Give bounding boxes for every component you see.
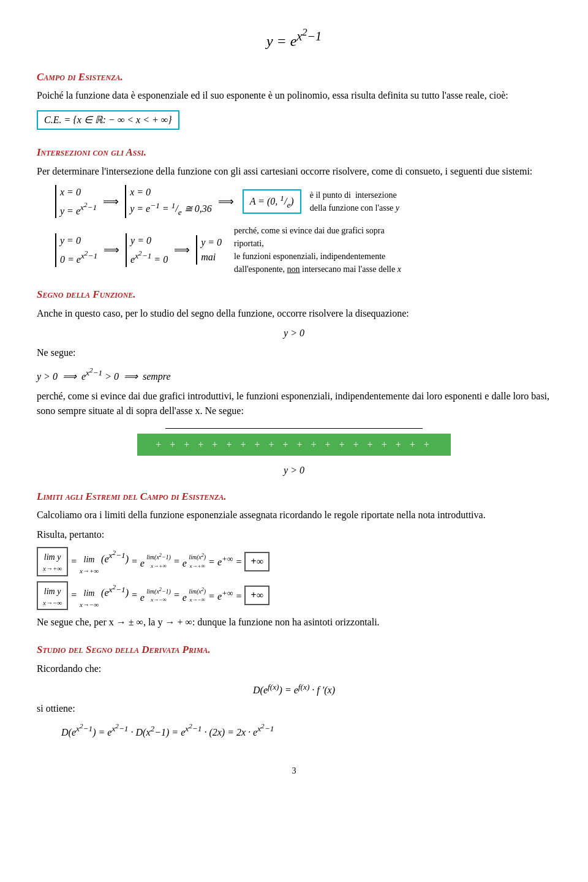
arrow-1: ⟹ (103, 194, 119, 210)
lim2-result: +∞ (244, 586, 270, 605)
systems-row-2: y = 0 0 = ex2−1 ⟹ y = 0 ex2−1 = 0 ⟹ y = … (55, 224, 551, 276)
lim2-left: lim y x→−∞ (37, 581, 68, 611)
lim1-exp2: e lim(x2) x→+∞ (183, 552, 206, 571)
lim2-exp1: e lim(x2−1) x→−∞ (140, 586, 171, 605)
section-campo: Campo di Esistenza. Poiché la funzione d… (37, 69, 551, 133)
arrow-2: ⟹ (218, 194, 234, 210)
page-title: y = ex2−1 (37, 24, 551, 52)
derivata-formula1: D(ef(x)) = ef(x) · f '(x) (37, 681, 551, 698)
system-4: y = 0 ex2−1 = 0 (126, 233, 168, 267)
segno-implication: y > 0 ⟹ ex2−1 > 0 ⟹ sempre (37, 365, 551, 384)
ricordando-label: Ricordando che: (37, 662, 551, 676)
limit-2-row: lim y x→−∞ = lim x→−∞ (ex2−1) = e lim(x2… (37, 581, 551, 611)
intersection-box: A = (0, 1/e) (243, 189, 301, 214)
heading-campo: Campo di Esistenza. (37, 69, 551, 85)
risulta: Risulta, pertanto: (37, 527, 551, 542)
campo-formula: C.E. = {x ∈ ℝ: − ∞ < x < + ∞} (37, 110, 179, 130)
section-intersezioni: Intersezioni con gli Assi. Per determina… (37, 145, 551, 276)
section-derivata: Studio del Segno della Derivata Prima. R… (37, 642, 551, 740)
section-segno: Segno della Funzione. Anche in questo ca… (37, 287, 551, 477)
arrow-3: ⟹ (104, 242, 119, 258)
system-5: y = 0 mai (196, 235, 222, 265)
sign-table: + + + + + + + + + + + + + + + + + + + + … (37, 428, 551, 478)
lim2-exp2: e lim(x2) x→−∞ (183, 586, 206, 605)
heading-derivata: Studio del Segno della Derivata Prima. (37, 642, 551, 658)
segno-text1: Anche in questo caso, per lo studio del … (37, 306, 551, 321)
system-1: x = 0 y = ex2−1 (55, 185, 97, 219)
ne-segue-label: Ne segue: (37, 345, 551, 360)
plus-signs-row: + + + + + + + + + + + + + + + + + + + + (137, 434, 450, 456)
derivata-formula2: D(ex2−1) = ex2−1 · D(x2−1) = ex2−1 · (2x… (61, 721, 551, 740)
arrow-4: ⟹ (174, 242, 190, 258)
page-number: 3 (37, 764, 551, 777)
no-intersection-desc: perché, come si evince dai due grafici s… (234, 224, 405, 276)
segno-text2: perché, come si evince dai due grafici i… (37, 389, 551, 418)
sign-hr (165, 428, 423, 429)
si-ottiene-label: si ottiene: (37, 701, 551, 716)
campo-text1: Poiché la funzione data è esponenziale e… (37, 88, 551, 103)
limit-1-row: lim y x→+∞ = lim x→+∞ (ex2−1) = e lim(x2… (37, 547, 551, 576)
disequazione: y > 0 (37, 326, 551, 341)
intersezioni-text1: Per determinare l'intersezione della fun… (37, 164, 551, 179)
system-3: y = 0 0 = ex2−1 (55, 233, 97, 267)
limiti-conclusion: Ne segue che, per x → ± ∞, la y → + ∞: d… (37, 615, 551, 630)
lim1-result: +∞ (244, 552, 270, 571)
lim1-eq: lim x→+∞ (ex2−1) (80, 548, 129, 576)
system-2: x = 0 y = e−1 = 1/e ≅ 0,36 (125, 185, 212, 219)
limiti-text1: Calcoliamo ora i limiti della funzione e… (37, 508, 551, 522)
heading-intersezioni: Intersezioni con gli Assi. (37, 145, 551, 160)
y-gt-0-label: y > 0 (37, 463, 551, 478)
sign-table-section: + + + + + + + + + + + + + + + + + + + + … (37, 428, 551, 478)
lim2-eq: lim x→−∞ (ex2−1) (80, 581, 129, 609)
intersection-desc: è il punto di intersezionedella funzione… (310, 189, 399, 214)
lim1-exp1: e lim(x2−1) x→+∞ (140, 552, 171, 571)
systems-row-1: x = 0 y = ex2−1 ⟹ x = 0 y = e−1 = 1/e ≅ … (55, 185, 551, 219)
lim1-left: lim y x→+∞ (37, 547, 68, 576)
heading-limiti: Limiti agli Estremi del Campo di Esisten… (37, 489, 551, 505)
section-limiti: Limiti agli Estremi del Campo di Esisten… (37, 489, 551, 630)
heading-segno: Segno della Funzione. (37, 287, 551, 303)
